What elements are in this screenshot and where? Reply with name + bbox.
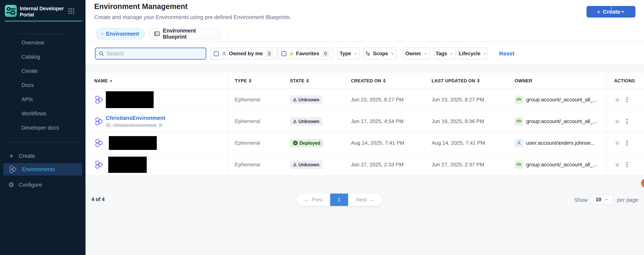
column-header-state[interactable]: STATE	[290, 78, 345, 84]
search-input[interactable]	[106, 50, 203, 57]
sidebar-item-developer-docs[interactable]: Developer docs	[0, 120, 86, 135]
next-page-button[interactable]: Next →	[348, 197, 382, 203]
state-badge: ⚠Unknown	[290, 96, 322, 104]
tags-filter-dropdown[interactable]: Tags	[433, 48, 456, 60]
owner-filter-dropdown[interactable]: Owner	[403, 48, 430, 60]
filter-label: Favorites	[296, 50, 320, 56]
chevron-down-icon	[390, 52, 394, 56]
sidebar-divider	[17, 34, 64, 34]
page-title: Environment Management	[94, 2, 188, 11]
arrow-right-icon: →	[369, 197, 374, 203]
kebab-menu-icon[interactable]	[626, 140, 628, 146]
blueprint-icon: A	[154, 30, 160, 37]
sidebar-item-environments[interactable]: Environments	[3, 163, 82, 176]
chevron-down-icon	[423, 52, 428, 56]
warning-icon: ⚠	[293, 98, 297, 102]
last-updated-value: Aug 14, 2025, 7:41 PM	[432, 140, 485, 146]
favorite-star-icon[interactable]: ★	[614, 118, 620, 125]
page-subtitle: Create and manage your Environments usin…	[94, 14, 291, 20]
created-on-value: Jun 27, 2025, 2:33 PM	[351, 162, 404, 168]
sidebar-nav: Overview Catalog Create Docs APIs Workfl…	[0, 36, 86, 135]
hexagons-icon	[8, 165, 17, 174]
hexagons-icon	[94, 160, 103, 169]
group-icon	[515, 117, 523, 126]
type-value: Ephemeral	[235, 97, 260, 102]
prev-page-button[interactable]: ← Prev	[296, 197, 330, 203]
lifecycle-filter-dropdown[interactable]: Lifecycle	[458, 48, 488, 60]
owner-value: user:account/anders.johnse...	[526, 140, 595, 146]
favorite-star-icon[interactable]: ★	[614, 96, 620, 103]
favorites-checkbox[interactable]	[281, 51, 286, 56]
sidebar-item-workflows[interactable]: Workflows	[0, 106, 86, 120]
table-row[interactable]: Ephemeral ⚠Unknown Jun 27, 2025, 2:33 PM…	[86, 154, 644, 176]
chevron-down-icon	[483, 52, 487, 56]
redacted-name	[109, 136, 157, 150]
column-header-created-on[interactable]: CREATED ON	[351, 78, 426, 84]
type-value: Ephemeral	[235, 118, 260, 124]
owner-value: group:account/_account_all_...	[526, 162, 597, 168]
chevron-down-icon[interactable]	[620, 9, 625, 14]
sidebar-divider	[5, 142, 81, 142]
sidebar-item-create-new[interactable]: + Create	[0, 149, 86, 163]
arrow-left-icon: ←	[304, 197, 309, 203]
gear-icon: ⚙	[8, 182, 14, 188]
count-badge: 3	[266, 50, 273, 57]
reset-filters-link[interactable]: Reset	[499, 50, 514, 57]
sidebar-item-apis[interactable]: APIs	[0, 92, 86, 106]
sidebar-item-overview[interactable]: Overview	[0, 36, 86, 50]
help-floating-button[interactable]	[641, 179, 644, 188]
hexagons-icon	[101, 30, 104, 38]
type-value: Ephemeral	[235, 140, 260, 146]
dropdown-label: Tags	[436, 51, 447, 56]
table-row[interactable]: Ephemeral ⚠Unknown Jun 23, 2025, 8:27 PM…	[86, 89, 644, 111]
sidebar-item-create[interactable]: Create	[0, 64, 86, 78]
search-field	[95, 48, 206, 60]
per-page-label: per page	[617, 197, 638, 203]
sidebar-item-catalog[interactable]: Catalog	[0, 50, 86, 64]
button-divider	[611, 6, 612, 12]
environment-name-link[interactable]: ChristiansEnvironment	[106, 115, 166, 121]
table-row[interactable]: ChristiansEnvironment ID: christiansenvi…	[86, 111, 644, 132]
filter-label: Owned by me	[229, 50, 263, 56]
warning-icon: ⚠	[293, 162, 297, 167]
owned-by-me-filter[interactable]: Owned by me 3	[210, 48, 277, 60]
column-header-last-updated-on[interactable]: LAST UPDATED ON	[432, 78, 508, 84]
column-divider	[228, 73, 229, 176]
hexagons-icon	[94, 117, 103, 126]
dropdown-label: Lifecycle	[459, 51, 480, 56]
type-filter-dropdown[interactable]: Type	[337, 48, 360, 60]
group-icon	[515, 96, 523, 104]
sort-asc-icon	[110, 80, 112, 82]
favorites-filter[interactable]: ★ Favorites 0	[278, 48, 334, 60]
favorite-star-icon[interactable]: ★	[614, 161, 620, 168]
column-header-name[interactable]: NAME	[94, 78, 112, 84]
copy-icon[interactable]	[158, 123, 162, 127]
favorite-star-icon[interactable]: ★	[614, 140, 620, 146]
tab-environment[interactable]: Environment	[96, 28, 145, 40]
redacted-name	[108, 156, 147, 173]
sidebar-item-docs[interactable]: Docs	[0, 78, 86, 92]
created-on-value: Jun 23, 2025, 8:27 PM	[351, 97, 404, 102]
user-icon	[515, 139, 523, 147]
column-header-type[interactable]: TYPE	[235, 78, 284, 84]
app-switcher-icon[interactable]	[68, 8, 74, 14]
app-logo-icon[interactable]	[5, 5, 17, 17]
star-icon: ★	[289, 51, 294, 56]
owned-by-me-checkbox[interactable]	[214, 51, 219, 56]
create-button[interactable]: + Create	[586, 6, 636, 18]
kebab-menu-icon[interactable]	[626, 161, 628, 168]
scope-filter-dropdown[interactable]: Scope	[364, 48, 396, 60]
current-page-button[interactable]: 1	[330, 194, 348, 206]
dropdown-label: Type	[340, 51, 351, 56]
tab-environment-blueprint[interactable]: A Environment Blueprint	[148, 28, 221, 40]
kebab-menu-icon[interactable]	[626, 118, 628, 125]
sidebar-item-configure[interactable]: ⚙ Configure	[0, 178, 86, 192]
kebab-menu-icon[interactable]	[626, 96, 628, 103]
page-size-select[interactable]: 10	[590, 194, 614, 205]
table-header-row: NAME TYPE STATE CREATED ON LAST UPDATED …	[86, 73, 644, 89]
hexagons-icon	[94, 138, 103, 148]
table-row[interactable]: Ephemeral ✓Deployed Aug 14, 2025, 7:41 P…	[86, 132, 644, 154]
redacted-name	[106, 91, 154, 108]
column-header-actions: ACTIONS	[614, 78, 635, 84]
column-header-owner: OWNER	[515, 78, 532, 84]
